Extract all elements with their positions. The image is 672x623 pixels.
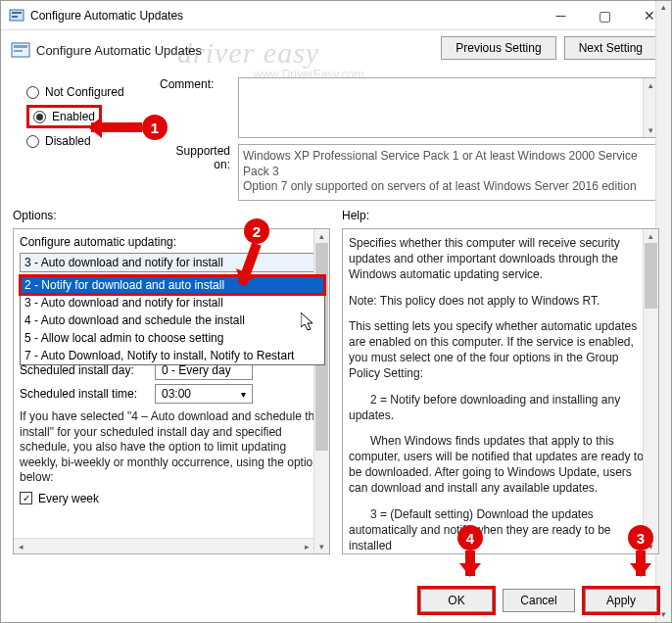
help-para: 2 = Notify before downloading and instal… xyxy=(349,392,645,423)
install-day-label: Scheduled install day: xyxy=(20,363,147,377)
radio-icon xyxy=(26,86,39,99)
scroll-left-icon[interactable]: ◂ xyxy=(14,540,27,553)
supported-label: Supported on: xyxy=(160,144,230,201)
svg-rect-2 xyxy=(12,16,18,18)
radio-label: Not Configured xyxy=(45,85,124,99)
install-time-select[interactable]: 03:00 ▾ xyxy=(155,384,253,404)
ok-button[interactable]: OK xyxy=(420,589,493,612)
horizontal-scrollbar[interactable]: ◂ ▸ xyxy=(14,538,313,553)
install-day-value: 0 - Every day xyxy=(162,363,231,377)
svg-rect-1 xyxy=(12,12,22,14)
options-label: Options: xyxy=(13,207,330,228)
window-title: Configure Automatic Updates xyxy=(30,9,539,23)
scroll-up-icon[interactable]: ▴ xyxy=(315,229,329,243)
comment-label: Comment: xyxy=(160,77,230,138)
callout-2: 2 xyxy=(244,218,269,287)
svg-rect-0 xyxy=(10,10,24,21)
scroll-right-icon[interactable]: ▸ xyxy=(300,540,313,553)
comment-textarea[interactable]: ▴ ▾ xyxy=(238,77,659,138)
radio-icon xyxy=(33,111,46,123)
callout-number: 2 xyxy=(244,218,269,244)
scrollbar[interactable]: ▴ ▾ xyxy=(643,229,658,553)
radio-icon xyxy=(26,135,39,148)
svg-rect-5 xyxy=(14,50,23,52)
help-para: Note: This policy does not apply to Wind… xyxy=(349,293,645,309)
callout-number: 3 xyxy=(628,525,653,551)
titlebar: Configure Automatic Updates ─ ▢ ✕ xyxy=(1,1,671,30)
callout-3: 3 xyxy=(628,525,653,576)
previous-setting-button[interactable]: Previous Setting xyxy=(441,36,555,60)
config-dropdown[interactable]: 3 - Auto download and notify for install… xyxy=(20,253,325,272)
config-label: Configure automatic updating: xyxy=(20,235,325,249)
dropdown-item[interactable]: 7 - Auto Download, Notify to install, No… xyxy=(21,347,324,364)
help-para: When Windows finds updates that apply to… xyxy=(349,433,645,497)
every-week-checkbox[interactable]: ✓ Every week xyxy=(20,492,325,505)
supported-on-box: Windows XP Professional Service Pack 1 o… xyxy=(238,144,659,201)
checkbox-icon: ✓ xyxy=(20,492,32,504)
supported-on-text: Windows XP Professional Service Pack 1 o… xyxy=(243,149,638,193)
help-para: This setting lets you specify whether au… xyxy=(349,318,645,382)
help-para: 3 = (Default setting) Download the updat… xyxy=(349,506,645,554)
options-description: If you have selected "4 – Auto download … xyxy=(20,409,325,486)
scroll-up-icon[interactable]: ▴ xyxy=(645,229,658,243)
install-time-label: Scheduled install time: xyxy=(20,387,147,401)
dialog-button-bar: OK Cancel Apply xyxy=(420,589,657,612)
callout-number: 1 xyxy=(142,115,168,140)
scrollbar[interactable]: ▴ ▾ xyxy=(655,144,659,201)
help-label: Help: xyxy=(342,207,659,228)
dropdown-item[interactable]: 4 - Auto download and schedule the insta… xyxy=(21,312,324,329)
help-text: Specifies whether this computer will rec… xyxy=(349,235,654,554)
apply-button[interactable]: Apply xyxy=(585,589,657,612)
policy-icon xyxy=(11,40,30,60)
window-buttons: ─ ▢ ✕ xyxy=(539,1,671,30)
chevron-down-icon: ▾ xyxy=(241,389,246,400)
help-pane: Help: Specifies whether this computer wi… xyxy=(342,207,659,554)
install-time-value: 03:00 xyxy=(162,387,191,401)
svg-marker-6 xyxy=(301,312,312,330)
callout-1: 1 xyxy=(91,115,168,140)
cursor-icon xyxy=(301,312,316,336)
dropdown-item[interactable]: 5 - Allow local admin to choose setting xyxy=(21,329,324,347)
cancel-button[interactable]: Cancel xyxy=(503,589,575,612)
every-week-label: Every week xyxy=(38,492,99,505)
dropdown-item[interactable]: 3 - Auto download and notify for install xyxy=(21,294,324,312)
maximize-button[interactable]: ▢ xyxy=(583,1,627,30)
dialog-header: Configure Automatic Updates Previous Set… xyxy=(1,30,671,70)
options-pane: Options: Configure automatic updating: 3… xyxy=(13,207,330,554)
minimize-button[interactable]: ─ xyxy=(539,1,583,30)
app-icon xyxy=(9,8,24,24)
dropdown-item[interactable]: 2 - Notify for download and auto install xyxy=(21,276,324,294)
next-setting-button[interactable]: Next Setting xyxy=(564,36,657,60)
callout-4: 4 xyxy=(457,525,483,576)
callout-number: 4 xyxy=(457,525,483,551)
dropdown-selected: 3 - Auto download and notify for install xyxy=(24,256,223,269)
dialog-title: Configure Automatic Updates xyxy=(36,43,202,58)
help-para: Specifies whether this computer will rec… xyxy=(349,235,645,283)
svg-rect-4 xyxy=(14,45,27,48)
config-dropdown-list[interactable]: 2 - Notify for download and auto install… xyxy=(20,275,325,365)
scroll-down-icon[interactable]: ▾ xyxy=(315,540,329,553)
radio-not-configured[interactable]: Not Configured xyxy=(26,81,150,103)
